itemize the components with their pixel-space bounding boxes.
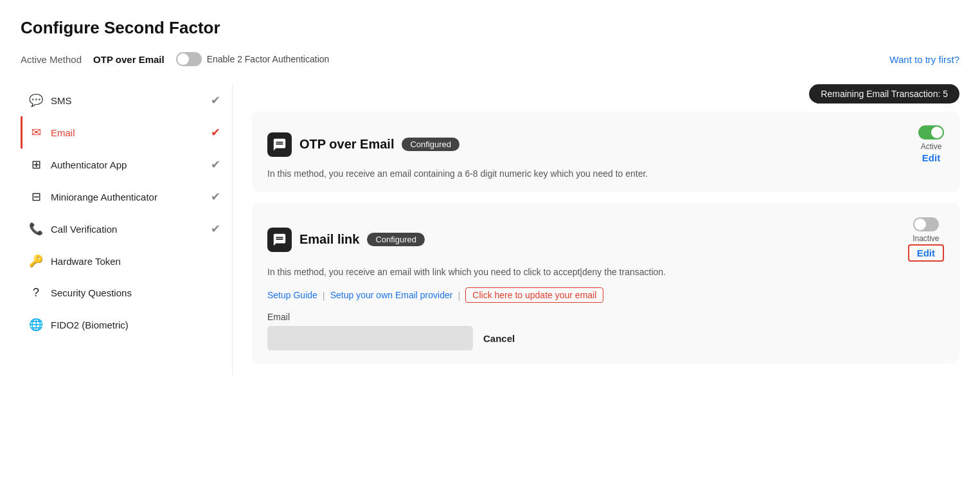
link-btn-setup-guide[interactable]: Setup Guide bbox=[267, 290, 317, 300]
remaining-badge: Remaining Email Transaction: 5 bbox=[809, 84, 959, 104]
method-right-otp-over-email: ActiveEdit bbox=[918, 125, 944, 163]
method-desc-email-link: In this method, you receive an email wit… bbox=[267, 267, 944, 277]
sidebar-item-label-fido2: FIDO2 (Biometric) bbox=[51, 320, 220, 330]
sidebar-item-label-call-verification: Call Verification bbox=[51, 224, 204, 235]
email-form-label: Email bbox=[267, 312, 944, 322]
sidebar-item-email[interactable]: ✉Email✔ bbox=[21, 116, 232, 148]
email-form-email-link: EmailCancel bbox=[267, 312, 944, 350]
method-edit-otp-over-email[interactable]: Edit bbox=[922, 152, 940, 163]
call-verification-icon: 📞 bbox=[28, 222, 44, 236]
method-card-email-link: Email linkConfiguredInactiveEditIn this … bbox=[252, 203, 959, 363]
authenticator-app-icon: ⊞ bbox=[28, 158, 44, 172]
method-desc-otp-over-email: In this method, you receive an email con… bbox=[267, 168, 944, 179]
check-icon-sms: ✔ bbox=[211, 93, 220, 107]
sidebar-item-fido2[interactable]: 🌐FIDO2 (Biometric) bbox=[21, 309, 232, 341]
check-icon-email: ✔ bbox=[211, 125, 220, 140]
email-icon: ✉ bbox=[28, 125, 44, 140]
active-method-label: Active Method bbox=[21, 54, 82, 65]
method-name-email-link: Email link bbox=[299, 232, 359, 247]
sidebar-item-authenticator-app[interactable]: ⊞Authenticator App✔ bbox=[21, 148, 232, 181]
method-edit-email-link[interactable]: Edit bbox=[908, 244, 944, 262]
method-status-email-link: Inactive bbox=[913, 234, 939, 243]
content-area: Remaining Email Transaction: 5 OTP over … bbox=[233, 84, 959, 375]
fido2-icon: 🌐 bbox=[28, 318, 44, 332]
link-separator-1: | bbox=[323, 290, 325, 301]
link-btn-click-here-to-update-your-email[interactable]: Click here to update your email bbox=[465, 287, 603, 303]
method-toggle-otp-over-email[interactable] bbox=[918, 125, 944, 140]
sidebar-item-label-miniorange-authenticator: Miniorange Authenticator bbox=[51, 192, 204, 203]
sidebar-item-label-sms: SMS bbox=[51, 95, 204, 106]
sidebar-item-call-verification[interactable]: 📞Call Verification✔ bbox=[21, 213, 232, 245]
hardware-token-icon: 🔑 bbox=[28, 254, 44, 268]
sidebar-item-label-hardware-token: Hardware Token bbox=[51, 256, 220, 267]
active-method-value: OTP over Email bbox=[93, 54, 165, 65]
method-toggle-email-link[interactable] bbox=[913, 217, 939, 231]
method-icon-otp-over-email bbox=[267, 132, 292, 157]
method-icon-email-link bbox=[267, 228, 292, 252]
main-layout: 💬SMS✔✉Email✔⊞Authenticator App✔⊟Minioran… bbox=[21, 84, 959, 375]
miniorange-authenticator-icon: ⊟ bbox=[28, 190, 44, 204]
email-input-row: Cancel bbox=[267, 326, 944, 350]
link-btn-setup-your-own-email-provider[interactable]: Setup your own Email provider bbox=[330, 290, 453, 300]
method-card-otp-over-email: OTP over EmailConfiguredActiveEditIn thi… bbox=[252, 111, 959, 192]
sidebar-item-hardware-token[interactable]: 🔑Hardware Token bbox=[21, 245, 232, 277]
2fa-toggle-label: Enable 2 Factor Authentication bbox=[207, 54, 330, 64]
method-status-otp-over-email: Active bbox=[921, 142, 942, 151]
check-icon-call-verification: ✔ bbox=[211, 222, 220, 236]
method-header-email-link: Email linkConfiguredInactiveEdit bbox=[267, 217, 944, 262]
sidebar-item-label-security-questions: Security Questions bbox=[51, 287, 220, 298]
sidebar: 💬SMS✔✉Email✔⊞Authenticator App✔⊟Minioran… bbox=[21, 84, 233, 375]
method-badge-otp-over-email: Configured bbox=[402, 138, 459, 151]
method-badge-email-link: Configured bbox=[367, 233, 425, 246]
2fa-toggle-wrap[interactable]: Enable 2 Factor Authentication bbox=[176, 52, 330, 66]
method-right-email-link: InactiveEdit bbox=[908, 217, 944, 262]
sidebar-item-miniorange-authenticator[interactable]: ⊟Miniorange Authenticator✔ bbox=[21, 181, 232, 213]
method-links-email-link: Setup Guide|Setup your own Email provide… bbox=[267, 287, 944, 303]
sidebar-item-label-email: Email bbox=[51, 127, 204, 138]
cancel-button[interactable]: Cancel bbox=[483, 333, 515, 344]
method-header-otp-over-email: OTP over EmailConfiguredActiveEdit bbox=[267, 125, 944, 163]
sidebar-item-sms[interactable]: 💬SMS✔ bbox=[21, 84, 232, 116]
sidebar-item-label-authenticator-app: Authenticator App bbox=[51, 159, 204, 170]
header-bar: Active Method OTP over Email Enable 2 Fa… bbox=[21, 52, 959, 66]
sidebar-item-security-questions[interactable]: ?Security Questions bbox=[21, 277, 232, 309]
method-name-otp-over-email: OTP over Email bbox=[299, 137, 394, 152]
link-separator-2: | bbox=[458, 290, 460, 301]
page-title: Configure Second Factor bbox=[21, 18, 959, 38]
want-to-try-link[interactable]: Want to try first? bbox=[889, 54, 959, 65]
check-icon-authenticator-app: ✔ bbox=[211, 158, 220, 172]
check-icon-miniorange-authenticator: ✔ bbox=[211, 190, 220, 204]
email-input[interactable] bbox=[267, 326, 473, 350]
security-questions-icon: ? bbox=[28, 286, 44, 300]
sms-icon: 💬 bbox=[28, 93, 44, 107]
2fa-toggle[interactable] bbox=[176, 52, 202, 66]
